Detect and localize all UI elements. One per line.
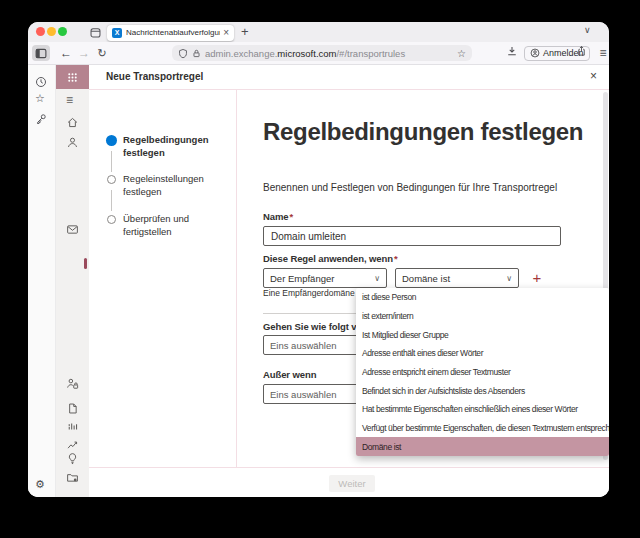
menu-item[interactable]: Ist Mitglied dieser Gruppe — [356, 325, 609, 344]
minimize-window-button[interactable] — [47, 27, 56, 36]
new-tab-button[interactable]: + — [241, 24, 249, 39]
name-label: Name* — [263, 211, 293, 222]
tab-list-chevron-icon[interactable]: ∨ — [584, 25, 591, 35]
tab-nachrichtenablaufverfolgung[interactable]: X Nachrichtenablaufverfolgung - × — [107, 25, 234, 42]
menu-item[interactable]: Verfügt über bestimmte Eigenschaften, di… — [356, 419, 609, 438]
nav-reports-icon[interactable] — [66, 402, 79, 415]
condition-predicate-dropdown[interactable]: Domäne ist ∨ — [395, 268, 519, 288]
admin-nav-rail: ≡ — [56, 65, 89, 497]
menu-item[interactable]: Adresse enthält eines dieser Wörter — [356, 344, 609, 363]
nav-collapse-icon[interactable]: ≡ — [66, 93, 73, 107]
menu-item[interactable]: Befindet sich in der Aufsichtsliste des … — [356, 381, 609, 400]
nav-insights-icon[interactable] — [66, 438, 79, 451]
step-3-label[interactable]: Überprüfen und fertigstellen — [123, 213, 221, 238]
stepper-connector — [111, 151, 112, 172]
firefox-view-icon[interactable] — [89, 26, 102, 39]
lock-icon[interactable] — [192, 48, 201, 59]
except-label: Außer wenn — [263, 369, 316, 380]
app-launcher-button[interactable] — [56, 65, 89, 89]
tab-title: Nachrichtenablaufverfolgung - — [126, 28, 220, 37]
screenshot-stage: X Nachrichtenablaufverfolgung - × + ∨ ← … — [0, 0, 640, 538]
maximize-window-button[interactable] — [58, 27, 67, 36]
back-button[interactable]: ← — [58, 45, 74, 61]
footer-divider — [89, 467, 609, 468]
rule-name-input[interactable] — [263, 226, 561, 246]
required-asterisk: * — [289, 211, 293, 222]
downloads-icon[interactable] — [506, 45, 522, 61]
url-domain: microsoft.com — [277, 48, 336, 59]
history-clock-icon[interactable] — [35, 76, 47, 88]
condition-menu: ist diese Personist extern/internIst Mit… — [356, 288, 609, 456]
chevron-down-icon: ∨ — [506, 274, 512, 283]
condition-subject-dropdown[interactable]: Der Empfänger ∨ — [263, 268, 387, 288]
action-placeholder: Eins auswählen — [270, 340, 337, 351]
condition-subject-value: Der Empfänger — [270, 273, 334, 284]
url-bar[interactable]: admin.exchange.microsoft.com/#/transport… — [172, 45, 472, 61]
required-asterisk: * — [394, 253, 398, 264]
menu-item[interactable]: ist diese Person — [356, 288, 609, 307]
tab-close-icon[interactable]: × — [223, 28, 229, 38]
bookmark-star-icon[interactable]: ☆ — [457, 48, 466, 59]
page-subtitle: Benennen und Festlegen von Bedingungen f… — [263, 182, 557, 193]
nav-usage-icon[interactable] — [66, 419, 79, 432]
nav-recipients-icon[interactable] — [66, 136, 79, 149]
menu-item[interactable]: Hat bestimmte Eigenschaften einschließli… — [356, 400, 609, 419]
new-transport-rule-dialog: Neue Transportregel × Regelbedingungen f… — [89, 65, 609, 497]
exchange-favicon: X — [112, 28, 122, 38]
close-window-button[interactable] — [36, 27, 45, 36]
browser-window: X Nachrichtenablaufverfolgung - × + ∨ ← … — [28, 22, 609, 497]
stepper-connector — [111, 190, 112, 211]
next-button[interactable]: Weiter — [329, 475, 375, 492]
url-text: admin.exchange.microsoft.com/#/transport… — [205, 48, 453, 59]
dialog-title: Neue Transportregel — [106, 65, 203, 89]
rail-scrollbar-thumb[interactable] — [84, 258, 87, 269]
settings-gear-icon[interactable]: ⚙ — [35, 478, 45, 491]
nav-ideas-bulb-icon[interactable] — [66, 452, 79, 465]
step-3-indicator — [107, 215, 116, 224]
firefox-sidebar: ☆ ⚙ — [28, 65, 56, 497]
chevron-down-icon: ∨ — [374, 274, 380, 283]
except-placeholder: Eins auswählen — [270, 389, 337, 400]
wizard-stepper: Regelbedingungen festlegen Regeleinstell… — [89, 89, 237, 467]
menu-item[interactable]: ist extern/intern — [356, 307, 609, 326]
menu-item[interactable]: Domäne ist — [356, 437, 609, 456]
reload-button[interactable]: ↻ — [94, 45, 110, 61]
add-condition-button[interactable]: + — [527, 268, 547, 288]
app-menu-icon[interactable]: ≡ — [595, 45, 609, 61]
passwords-key-icon[interactable] — [35, 113, 47, 125]
url-prefix: admin.exchange. — [205, 48, 277, 59]
forward-button[interactable]: → — [76, 45, 92, 61]
nav-home-icon[interactable] — [66, 116, 79, 129]
step-1-indicator — [106, 135, 117, 146]
nav-roles-icon[interactable] — [66, 377, 79, 390]
condition-label: Diese Regel anwenden, wenn* — [263, 253, 398, 264]
waffle-icon — [66, 71, 79, 84]
dialog-close-icon[interactable]: × — [590, 70, 597, 82]
tab-bar: X Nachrichtenablaufverfolgung - × + ∨ — [28, 22, 609, 42]
menu-item[interactable]: Adresse entspricht einem dieser Textmust… — [356, 363, 609, 382]
nav-settings-folder-icon[interactable] — [66, 471, 79, 484]
condition-predicate-value: Domäne ist — [402, 273, 450, 284]
nav-mailflow-icon[interactable] — [66, 223, 79, 236]
step-2-indicator — [107, 175, 116, 184]
page-content: ☆ ⚙ ≡ — [28, 65, 609, 497]
page-title: Regelbedingungen festlegen — [263, 118, 583, 146]
url-path: /#/transportrules — [336, 48, 405, 59]
navigation-toolbar: ← → ↻ admin.exchange.microsoft.com/#/tra… — [28, 42, 609, 65]
step-1-label[interactable]: Regelbedingungen festlegen — [123, 134, 221, 159]
account-icon — [530, 48, 540, 58]
sidebar-toggle-button[interactable] — [32, 45, 50, 61]
step-2-label[interactable]: Regeleinstellungen festlegen — [123, 173, 221, 198]
shield-icon[interactable] — [178, 48, 188, 59]
share-icon[interactable] — [576, 45, 592, 61]
bookmarks-star-icon[interactable]: ☆ — [35, 92, 45, 105]
